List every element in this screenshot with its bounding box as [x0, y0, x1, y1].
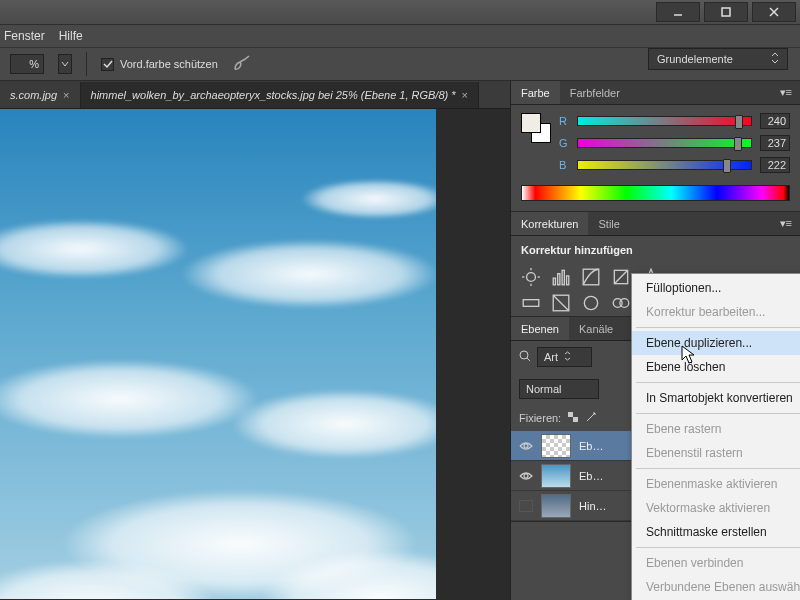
- protect-foreground-label: Vord.farbe schützen: [120, 58, 218, 70]
- close-icon[interactable]: ×: [462, 89, 468, 101]
- svg-point-17: [584, 296, 597, 309]
- brightness-icon[interactable]: [521, 268, 541, 286]
- svg-rect-11: [562, 270, 564, 284]
- svg-rect-12: [567, 276, 569, 285]
- layer-context-menu: Fülloptionen... Korrektur bearbeiten... …: [631, 273, 800, 600]
- workspace-label: Grundelemente: [657, 53, 733, 65]
- ctx-fuelloptionen[interactable]: Fülloptionen...: [632, 276, 800, 300]
- ctx-ebenen-verbinden: Ebenen verbinden: [632, 551, 800, 575]
- ctx-ebene-duplizieren[interactable]: Ebene duplizieren...: [632, 331, 800, 355]
- layer-thumbnail[interactable]: [541, 434, 571, 458]
- tab-farbfelder[interactable]: Farbfelder: [560, 81, 630, 104]
- layer-filter-kind[interactable]: Art: [537, 347, 592, 367]
- svg-point-4: [527, 273, 536, 282]
- foreground-swatch[interactable]: [521, 113, 541, 133]
- ctx-korrektur-bearbeiten: Korrektur bearbeiten...: [632, 300, 800, 324]
- layer-name[interactable]: Eb…: [579, 470, 603, 482]
- panel-menu-icon[interactable]: ▾≡: [772, 86, 800, 99]
- korrektur-heading: Korrektur hinzufügen: [511, 236, 800, 264]
- svg-rect-15: [523, 300, 539, 307]
- workspace-dropdown[interactable]: Grundelemente: [648, 48, 788, 70]
- r-value[interactable]: 240: [760, 113, 790, 129]
- opacity-field[interactable]: %: [10, 54, 44, 74]
- color-spectrum[interactable]: [521, 185, 790, 201]
- doc-tab-1-label: s.com.jpg: [10, 89, 57, 101]
- r-label: R: [559, 115, 569, 127]
- g-label: G: [559, 137, 569, 149]
- document-tab-2[interactable]: himmel_wolken_by_archaeopteryx_stocks.jp…: [81, 82, 479, 108]
- svg-point-20: [520, 351, 528, 359]
- exposure-icon[interactable]: [611, 268, 631, 286]
- layer-thumbnail[interactable]: [541, 464, 571, 488]
- svg-point-19: [620, 299, 629, 308]
- svg-point-25: [524, 474, 528, 478]
- hue-icon[interactable]: [521, 294, 541, 312]
- g-value[interactable]: 237: [760, 135, 790, 151]
- blend-mode-label: Normal: [526, 383, 561, 395]
- menu-hilfe[interactable]: Hilfe: [59, 29, 83, 43]
- channel-mixer-icon[interactable]: [611, 294, 631, 312]
- ctx-ebenenstil-rastern: Ebenenstil rastern: [632, 441, 800, 465]
- ctx-verbundene-auswahl: Verbundene Ebenen auswähl: [632, 575, 800, 599]
- close-icon[interactable]: ×: [63, 89, 69, 101]
- svg-rect-13: [583, 269, 599, 285]
- minimize-button[interactable]: [656, 2, 700, 22]
- panel-menu-icon[interactable]: ▾≡: [772, 217, 800, 230]
- ctx-ebenenmaske: Ebenenmaske aktivieren: [632, 472, 800, 496]
- bw-icon[interactable]: [551, 294, 571, 312]
- visibility-icon[interactable]: [519, 470, 533, 482]
- svg-rect-10: [558, 274, 560, 285]
- photo-filter-icon[interactable]: [581, 294, 601, 312]
- g-slider[interactable]: [577, 138, 752, 148]
- document-canvas[interactable]: [0, 109, 436, 599]
- blend-mode-dropdown[interactable]: Normal: [519, 379, 599, 399]
- tab-farbe[interactable]: Farbe: [511, 81, 560, 104]
- ctx-smartobjekt[interactable]: In Smartobjekt konvertieren: [632, 386, 800, 410]
- close-button[interactable]: [752, 2, 796, 22]
- svg-rect-22: [568, 412, 573, 417]
- visibility-icon[interactable]: [519, 440, 533, 452]
- chevron-updown-icon: [564, 351, 571, 363]
- visibility-off-icon[interactable]: [519, 500, 533, 512]
- layer-thumbnail[interactable]: [541, 494, 571, 518]
- color-swatches[interactable]: [521, 113, 549, 153]
- checkmark-icon: [101, 58, 114, 71]
- layer-name[interactable]: Eb…: [579, 440, 603, 452]
- lock-label: Fixieren:: [519, 412, 561, 424]
- opacity-dropdown[interactable]: [58, 54, 72, 74]
- svg-line-21: [527, 358, 530, 361]
- svg-point-24: [524, 444, 528, 448]
- ctx-ebene-loeschen[interactable]: Ebene löschen: [632, 355, 800, 379]
- document-tab-1[interactable]: s.com.jpg ×: [0, 82, 81, 108]
- b-value[interactable]: 222: [760, 157, 790, 173]
- doc-tab-2-label: himmel_wolken_by_archaeopteryx_stocks.jp…: [91, 89, 456, 101]
- protect-foreground-checkbox[interactable]: Vord.farbe schützen: [101, 58, 218, 71]
- layer-filter-label: Art: [544, 351, 558, 363]
- menu-fenster[interactable]: Fenster: [4, 29, 45, 43]
- chevron-updown-icon: [771, 52, 779, 66]
- tab-korrekturen[interactable]: Korrekturen: [511, 212, 588, 235]
- lock-pixels-icon[interactable]: [585, 411, 597, 425]
- r-slider[interactable]: [577, 116, 752, 126]
- ctx-vektormaske: Vektormaske aktivieren: [632, 496, 800, 520]
- curves-icon[interactable]: [581, 268, 601, 286]
- svg-rect-23: [573, 417, 578, 422]
- b-label: B: [559, 159, 569, 171]
- tab-ebenen[interactable]: Ebenen: [511, 317, 569, 340]
- b-slider[interactable]: [577, 160, 752, 170]
- canvas-area[interactable]: [0, 109, 510, 600]
- layer-name[interactable]: Hin…: [579, 500, 607, 512]
- ctx-schnittmaske[interactable]: Schnittmaske erstellen: [632, 520, 800, 544]
- maximize-button[interactable]: [704, 2, 748, 22]
- search-icon[interactable]: [519, 350, 531, 364]
- tab-stile[interactable]: Stile: [588, 212, 629, 235]
- lock-transparency-icon[interactable]: [567, 411, 579, 425]
- svg-rect-9: [553, 278, 555, 285]
- svg-rect-1: [722, 8, 730, 16]
- levels-icon[interactable]: [551, 268, 571, 286]
- brush-options-icon[interactable]: [232, 54, 252, 74]
- ctx-ebene-rastern: Ebene rastern: [632, 417, 800, 441]
- tab-kanaele[interactable]: Kanäle: [569, 317, 623, 340]
